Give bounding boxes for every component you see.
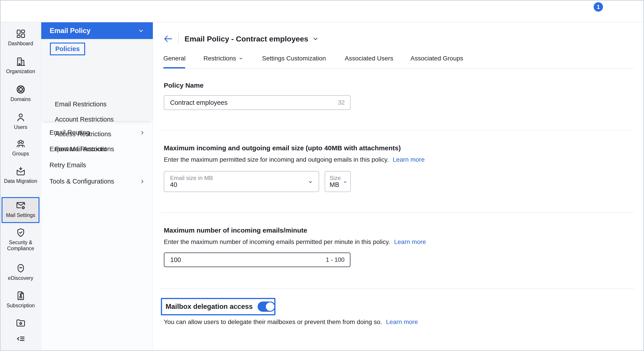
mailbox-delegation-toggle[interactable]: [258, 301, 276, 312]
policy-name-heading: Policy Name: [164, 82, 204, 89]
mail-settings-admin-page: Mail Settings Quick Access 1 Dashboard O…: [0, 0, 644, 351]
sidebar-item-dashboard[interactable]: Dashboard: [0, 29, 41, 47]
dashboard-grid-icon: [16, 29, 26, 39]
nav-item-label: Email Routing: [50, 129, 90, 136]
security-shield-check-icon: [16, 227, 26, 238]
sidebar-item-mail-settings[interactable]: Mail Settings: [0, 200, 41, 218]
chevron-down-icon: [138, 28, 144, 34]
notification-badge: 1: [594, 2, 603, 12]
incoming-limit-heading: Maximum number of incoming emails/minute: [164, 227, 307, 234]
sidebar-item-label: Dashboard: [8, 41, 33, 47]
sidebar-item-folder-settings[interactable]: [0, 317, 41, 328]
chevron-down-icon: [343, 180, 348, 184]
tab-settings-customization[interactable]: Settings Customization: [262, 55, 326, 62]
tab-associated-users[interactable]: Associated Users: [345, 55, 393, 62]
sidebar-item-domains[interactable]: Domains: [0, 84, 41, 102]
chevron-right-icon: [140, 179, 145, 184]
collapse-menu-icon[interactable]: [0, 333, 41, 344]
mailbox-delegation-label: Mailbox delegation access: [166, 303, 253, 311]
subscription-invoice-icon: [16, 290, 26, 301]
nav-item-email-restrictions[interactable]: Email Restrictions: [55, 101, 106, 108]
section-divider: [161, 130, 634, 130]
sidebar-item-label: Domains: [10, 96, 31, 102]
nav-section-title: Email Policy: [50, 27, 90, 35]
sidebar-item-label: Organization: [6, 69, 35, 75]
sidebar-item-organization[interactable]: Organization: [0, 57, 41, 75]
description-text: Enter the maximum number of incoming ema…: [164, 238, 390, 245]
chevron-right-icon: [140, 130, 145, 136]
domains-globe-icon: [16, 84, 26, 95]
chevron-down-icon: [308, 179, 313, 185]
sidebar-item-users[interactable]: Users: [0, 112, 41, 130]
nav-item-policies-highlighted[interactable]: Policies: [50, 43, 85, 55]
allowed-range: 1 - 100: [326, 256, 350, 263]
sidebar-item-label: eDiscovery: [8, 275, 34, 281]
nav-item-label: Tools & Configurations: [50, 178, 114, 185]
folder-settings-icon: [16, 317, 26, 328]
groups-people-icon: [16, 139, 26, 149]
tab-restrictions[interactable]: Restrictions: [204, 55, 244, 62]
policy-page-title: Email Policy - Contract employees: [184, 35, 308, 43]
nav-item-export-mail-account[interactable]: Export Mail Account: [50, 145, 145, 153]
policy-name-input[interactable]: [164, 99, 338, 106]
sidebar-item-label: Data Migration: [4, 178, 38, 184]
email-size-select[interactable]: Email size in MB 40: [164, 171, 319, 192]
nav-item-label: Export Mail Account: [50, 145, 106, 153]
tab-label: Restrictions: [204, 55, 236, 62]
email-size-heading: Maximum incoming and outgoing email size…: [164, 144, 401, 152]
nav-item-account-restrictions[interactable]: Account Restrictions: [55, 116, 114, 123]
tabs-divider: [161, 69, 634, 69]
incoming-limit-field: 1 - 100: [164, 252, 350, 267]
description-text: Enter the maximum permitted size for inc…: [164, 156, 389, 163]
size-unit-select[interactable]: Size MB: [325, 171, 351, 192]
email-size-description: Enter the maximum permitted size for inc…: [164, 156, 424, 163]
sidebar-item-ediscovery[interactable]: eDiscovery: [0, 263, 41, 281]
nav-item-tools-configurations[interactable]: Tools & Configurations: [50, 178, 145, 185]
nav-item-email-routing[interactable]: Email Routing: [50, 129, 145, 136]
sidebar-item-label: Security & Compliance: [4, 239, 38, 251]
select-value: MB: [330, 181, 340, 188]
select-label: Size: [330, 175, 341, 182]
sidebar-item-label: Subscription: [6, 303, 35, 309]
incoming-limit-input[interactable]: [164, 256, 326, 264]
mailbox-delegation-description: You can allow users to delegate their ma…: [164, 318, 418, 325]
description-text: You can allow users to delegate their ma…: [164, 318, 382, 325]
mailbox-delegation-highlight-box: Mailbox delegation access: [161, 298, 276, 315]
sidebar-item-label: Users: [14, 124, 27, 130]
section-divider: [161, 212, 634, 213]
header-divider: [178, 33, 179, 44]
users-person-icon: [16, 112, 26, 122]
email-policy-submenu: Policies Email Restrictions Account Rest…: [41, 39, 152, 121]
char-count: 32: [338, 99, 350, 106]
sidebar-item-label: Groups: [12, 151, 29, 157]
sidebar-item-subscription[interactable]: Subscription: [0, 290, 41, 309]
tab-associated-groups[interactable]: Associated Groups: [410, 55, 463, 62]
nav-item-retry-emails[interactable]: Retry Emails: [50, 161, 145, 169]
ediscovery-badge-icon: [16, 263, 26, 273]
select-label: Email size in MB: [170, 175, 213, 182]
content-header: Email Policy - Contract employees: [163, 33, 319, 45]
sidebar-item-data-migration[interactable]: Data Migration: [0, 166, 41, 184]
learn-more-link[interactable]: Learn more: [393, 156, 424, 163]
mail-settings-envelope-gear-icon: [16, 200, 26, 210]
chevron-down-icon: [238, 56, 244, 61]
tab-general[interactable]: General: [163, 55, 186, 62]
policy-name-field: 32: [164, 95, 350, 110]
nav-section-email-policy[interactable]: Email Policy: [41, 22, 153, 39]
sidebar-item-security-compliance[interactable]: Security & Compliance: [0, 227, 41, 251]
top-bar: [0, 0, 644, 22]
organization-building-icon: [16, 57, 26, 67]
incoming-limit-description: Enter the maximum number of incoming ema…: [164, 238, 426, 245]
toggle-knob: [266, 302, 274, 311]
nav-item-label: Retry Emails: [50, 161, 86, 169]
select-value: 40: [170, 181, 177, 188]
sidebar-item-groups[interactable]: Groups: [0, 139, 41, 157]
data-migration-envelope-icon: [16, 166, 26, 176]
sidebar-item-label: Mail Settings: [6, 212, 36, 218]
back-arrow-icon[interactable]: [163, 34, 173, 44]
section-divider: [161, 288, 634, 289]
chevron-down-icon[interactable]: [312, 35, 319, 42]
learn-more-link[interactable]: Learn more: [386, 318, 418, 325]
nav-item-label: Policies: [55, 45, 80, 52]
learn-more-link[interactable]: Learn more: [394, 238, 426, 245]
